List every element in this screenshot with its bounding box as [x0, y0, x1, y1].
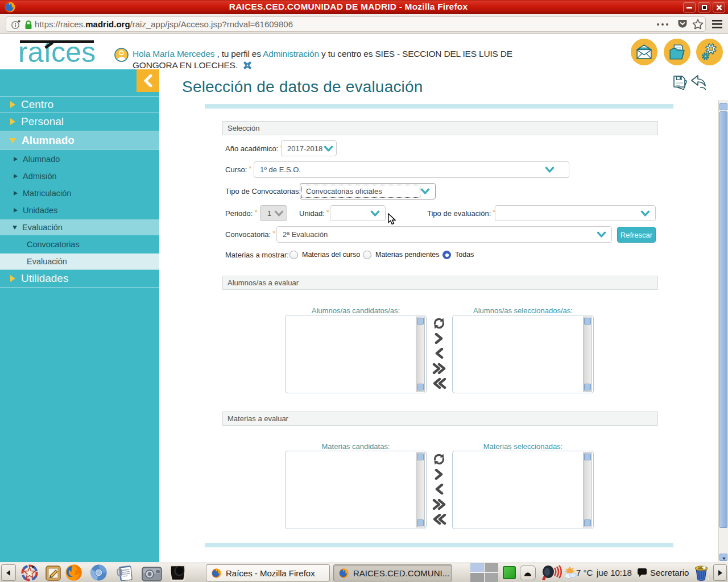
- move-all-right-icon[interactable]: [432, 363, 446, 374]
- settings-button[interactable]: [696, 39, 723, 65]
- launcher-dark-badge-icon[interactable]: [168, 564, 187, 582]
- sidebar-item-utilidades[interactable]: Utilidades: [0, 270, 159, 287]
- tray-user[interactable]: Secretario: [650, 568, 689, 577]
- profile-link[interactable]: Administración: [263, 49, 319, 59]
- page-actions-icon[interactable]: [656, 22, 671, 27]
- sidebar-item-alumnado-sub[interactable]: Alumnado: [0, 151, 159, 167]
- tray-green-icon[interactable]: [503, 566, 516, 579]
- alumnos-candidatos-listbox[interactable]: [285, 315, 427, 393]
- close-button[interactable]: [713, 2, 725, 13]
- sidebar-item-admision[interactable]: Admisión: [0, 168, 159, 184]
- move-all-left-icon[interactable]: [432, 378, 446, 389]
- move-left-icon[interactable]: [435, 348, 444, 359]
- move-left-icon[interactable]: [435, 484, 444, 494]
- sidebar-item-matriculacion[interactable]: Matriculación: [0, 185, 159, 201]
- page-scrollbar[interactable]: [718, 100, 728, 562]
- site-info-icon[interactable]: [11, 19, 21, 30]
- browser-toolbar: https://raices.madrid.org/raiz_app/jsp/A…: [0, 14, 728, 34]
- move-all-left-icon[interactable]: [432, 514, 446, 525]
- convocatoria-select[interactable]: 2ª Evaluación: [276, 226, 612, 243]
- sidebar-item-centro[interactable]: Centro: [0, 97, 159, 112]
- sidebar-item-unidades[interactable]: Unidades: [0, 202, 159, 218]
- refresh-icon[interactable]: [433, 454, 445, 465]
- close-session-icon[interactable]: [243, 61, 251, 69]
- bookmark-star-icon[interactable]: [692, 19, 704, 30]
- launcher-journal-icon[interactable]: [116, 564, 135, 582]
- workspace-2[interactable]: [485, 563, 498, 572]
- lock-icon[interactable]: [24, 20, 33, 30]
- sidebar-item-alumnado[interactable]: Alumnado: [0, 131, 159, 149]
- firefox-icon: [339, 568, 349, 578]
- tipoeval-select[interactable]: [495, 205, 656, 221]
- unidad-select[interactable]: [330, 205, 386, 221]
- content-bottom-bar: [205, 543, 673, 547]
- scroll-up-button[interactable]: [719, 103, 727, 110]
- required-asterisk: *: [326, 208, 329, 217]
- tray-clock[interactable]: jue 10:18: [597, 568, 632, 577]
- launcher-firefox-icon[interactable]: [65, 564, 82, 581]
- minimize-button[interactable]: [683, 2, 696, 13]
- pocket-icon[interactable]: [677, 19, 688, 29]
- sidebar-item-convocatorias[interactable]: Convocatorias: [0, 236, 159, 252]
- sidebar-item-evaluacion[interactable]: Evaluación: [0, 219, 159, 235]
- materias-candidatas-listbox[interactable]: [285, 451, 427, 529]
- panel-hide-right-button[interactable]: [713, 564, 727, 581]
- materias-seleccionadas-listbox[interactable]: [452, 451, 594, 529]
- panel-hide-left-button[interactable]: [1, 564, 16, 581]
- chevron-down-icon: [545, 167, 555, 173]
- materias-seleccionadas-label: Materias seleccionadas:: [452, 442, 594, 451]
- workspace-switcher[interactable]: [470, 563, 498, 582]
- url-bar[interactable]: https://raices.madrid.org/raiz_app/jsp/A…: [6, 16, 706, 32]
- listbox-scrollbar[interactable]: [416, 317, 425, 392]
- launcher-chromium-icon[interactable]: [90, 564, 107, 581]
- greeting-line2: GONGORA EN LOECHES.: [133, 60, 238, 70]
- launcher-screenshot-icon[interactable]: [142, 565, 162, 581]
- maximize-button[interactable]: [698, 2, 710, 13]
- refrescar-button[interactable]: Refrescar: [617, 227, 656, 243]
- move-all-right-icon[interactable]: [432, 499, 446, 510]
- radio-materias-pendientes[interactable]: [363, 251, 371, 259]
- workspace-3[interactable]: [470, 573, 484, 582]
- listbox-scrollbar[interactable]: [583, 317, 592, 392]
- tipoconv-select[interactable]: Convocatorias oficiales: [300, 183, 436, 199]
- launcher-notes-icon[interactable]: [46, 566, 61, 581]
- launcher-activities-icon[interactable]: [21, 564, 38, 581]
- section-alumnos: Alumnos/as a evaluar: [222, 276, 658, 290]
- taskbar-window-raices[interactable]: Raíces - Mozilla Firefox: [206, 564, 330, 581]
- anio-select[interactable]: 2017-2018: [281, 140, 337, 156]
- tray-trash-icon[interactable]: [692, 564, 711, 582]
- url-text[interactable]: https://raices.madrid.org/raiz_app/jsp/A…: [35, 17, 293, 31]
- undo-icon[interactable]: [690, 74, 708, 90]
- sidebar-collapse-button[interactable]: [136, 69, 159, 92]
- radio-todas-label[interactable]: Todas: [455, 251, 474, 259]
- user-name-link[interactable]: Hola María Mercedes: [133, 49, 214, 59]
- scrollbar-thumb[interactable]: [719, 111, 727, 528]
- scroll-down-button[interactable]: [719, 554, 727, 561]
- workspace-1[interactable]: [470, 563, 484, 572]
- taskbar-window-raices-ced[interactable]: RAICES.CED.COMUNI...: [333, 564, 452, 581]
- radio-materias-curso-label[interactable]: Materias del curso: [302, 251, 360, 259]
- listbox-scrollbar[interactable]: [583, 452, 592, 527]
- sidebar-item-personal[interactable]: Personal: [0, 113, 159, 131]
- save-icon[interactable]: [673, 75, 688, 90]
- tray-weather-icon[interactable]: [563, 566, 577, 579]
- collapse-arrow-icon: [13, 226, 17, 230]
- sidebar-item-evaluacion-leaf[interactable]: Evaluación: [0, 253, 159, 269]
- chevron-down-icon: [370, 210, 380, 217]
- mail-button[interactable]: [631, 39, 657, 65]
- listbox-scrollbar[interactable]: [416, 452, 425, 527]
- tray-device-button[interactable]: [520, 566, 536, 580]
- documents-button[interactable]: [664, 39, 690, 65]
- curso-select[interactable]: 1º de E.S.O.: [254, 161, 569, 178]
- alumnos-seleccionados-listbox[interactable]: [452, 315, 594, 393]
- radio-todas[interactable]: [442, 251, 451, 259]
- tray-messages-icon[interactable]: [637, 568, 647, 577]
- radio-materias-pendientes-label[interactable]: Materias pendientes: [375, 251, 440, 259]
- workspace-4[interactable]: [485, 573, 498, 582]
- move-right-icon[interactable]: [435, 333, 444, 344]
- refresh-icon[interactable]: [433, 318, 445, 329]
- radio-materias-curso[interactable]: [289, 251, 298, 259]
- move-right-icon[interactable]: [435, 469, 444, 480]
- tray-sound-icon[interactable]: [540, 564, 562, 581]
- menu-hamburger-icon[interactable]: [712, 20, 722, 28]
